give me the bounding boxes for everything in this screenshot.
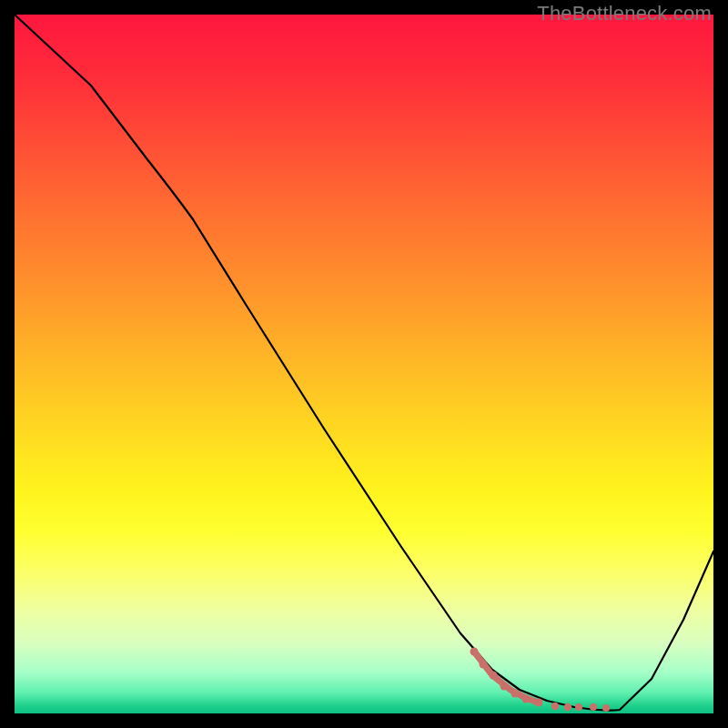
svg-point-5 xyxy=(522,695,531,703)
svg-point-0 xyxy=(470,648,479,656)
svg-point-7 xyxy=(551,703,559,710)
watermark-text: TheBottleneck.com xyxy=(537,2,712,25)
chart-plot-area xyxy=(15,15,713,713)
svg-point-10 xyxy=(590,703,597,711)
svg-point-6 xyxy=(535,699,543,707)
chart-svg xyxy=(15,15,713,713)
svg-point-1 xyxy=(480,661,488,669)
svg-point-4 xyxy=(511,690,520,698)
svg-point-3 xyxy=(500,682,509,691)
svg-point-9 xyxy=(575,703,582,711)
svg-point-11 xyxy=(602,704,610,712)
bottleneck-curve-line xyxy=(15,15,713,711)
highlight-optimal-range xyxy=(470,648,611,713)
svg-point-2 xyxy=(490,672,498,680)
svg-point-8 xyxy=(564,703,571,711)
